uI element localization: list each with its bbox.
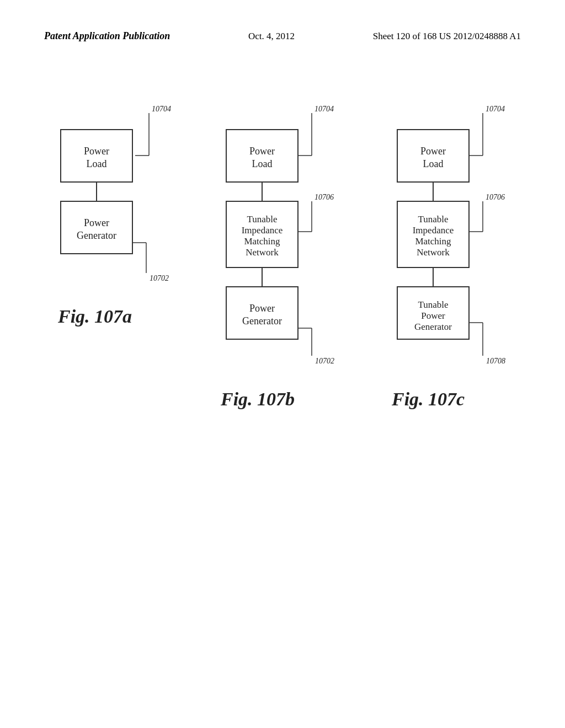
- svg-text:Load: Load: [252, 158, 273, 169]
- svg-text:Network: Network: [417, 247, 450, 258]
- svg-text:Matching: Matching: [244, 236, 280, 247]
- svg-text:Impedance: Impedance: [413, 225, 454, 235]
- svg-text:Tunable: Tunable: [418, 214, 448, 224]
- svg-text:Power: Power: [421, 311, 445, 321]
- svg-text:Tunable: Tunable: [247, 214, 277, 224]
- svg-text:Power: Power: [84, 217, 109, 228]
- svg-text:Power: Power: [249, 146, 275, 157]
- svg-text:10704: 10704: [315, 105, 334, 113]
- svg-text:10702: 10702: [315, 357, 334, 365]
- svg-text:Fig. 107c: Fig. 107c: [391, 389, 465, 409]
- svg-text:10704: 10704: [152, 105, 171, 113]
- publication-title: Patent Application Publication: [44, 30, 170, 42]
- svg-text:Network: Network: [246, 247, 279, 258]
- sheet-info: Sheet 120 of 168 US 2012/0248888 A1: [373, 31, 521, 42]
- svg-text:Power: Power: [249, 303, 275, 314]
- svg-text:Tunable: Tunable: [418, 299, 448, 310]
- svg-text:10702: 10702: [150, 274, 169, 282]
- svg-text:Power: Power: [420, 146, 446, 157]
- svg-text:Impedance: Impedance: [242, 225, 283, 235]
- svg-text:Generator: Generator: [77, 230, 116, 241]
- svg-text:Generator: Generator: [414, 322, 452, 332]
- svg-text:Generator: Generator: [242, 315, 282, 326]
- svg-text:Fig. 107b: Fig. 107b: [220, 389, 295, 409]
- svg-text:10706: 10706: [315, 193, 334, 201]
- main-diagram: 10704 Power Load Power Generator 10702 F…: [30, 85, 532, 692]
- svg-text:10708: 10708: [486, 357, 505, 365]
- svg-text:Fig. 107a: Fig. 107a: [57, 306, 132, 326]
- publication-date: Oct. 4, 2012: [248, 31, 295, 42]
- svg-text:10706: 10706: [486, 193, 505, 201]
- svg-text:10704: 10704: [486, 105, 505, 113]
- svg-text:Load: Load: [423, 158, 444, 169]
- svg-text:Load: Load: [87, 158, 107, 169]
- svg-text:Power: Power: [84, 146, 109, 157]
- page-header: Patent Application Publication Oct. 4, 2…: [0, 30, 565, 42]
- svg-text:Matching: Matching: [415, 236, 451, 247]
